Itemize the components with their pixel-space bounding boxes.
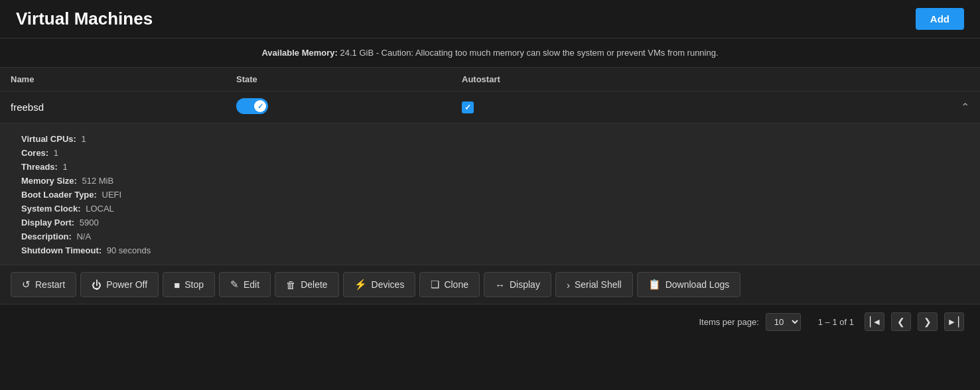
table-header: Name State Autostart — [0, 68, 980, 92]
power-off-icon: ⏻ — [92, 279, 102, 291]
delete-label: Delete — [301, 279, 327, 290]
display-icon: ↔ — [495, 279, 505, 291]
restart-icon: ↺ — [22, 279, 31, 291]
toggle-check-icon: ✓ — [257, 102, 263, 111]
download-logs-button[interactable]: 📋Download Logs — [637, 272, 741, 297]
devices-button[interactable]: ⚡Devices — [343, 272, 416, 297]
col-name: Name — [11, 74, 236, 84]
power-off-button[interactable]: ⏻Power Off — [80, 272, 159, 297]
memory-notice: Available Memory: 24.1 GiB - Caution: Al… — [0, 38, 980, 68]
add-button[interactable]: Add — [916, 8, 964, 30]
autostart-check-icon: ✓ — [464, 103, 471, 112]
vm-name: freebsd — [11, 101, 236, 113]
vm-details: Virtual CPUs: 1 Cores: 1 Threads: 1 Memo… — [0, 123, 980, 265]
detail-threads: Threads: 1 — [21, 162, 959, 172]
delete-icon: 🗑 — [286, 279, 296, 291]
restart-button[interactable]: ↺Restart — [11, 272, 76, 297]
prev-page-button[interactable]: ❮ — [891, 312, 911, 331]
action-bar: ↺Restart⏻Power Off■Stop✎Edit🗑Delete⚡Devi… — [0, 265, 980, 304]
page-info: 1 – 1 of 1 — [818, 317, 854, 327]
serial-shell-label: Serial Shell — [575, 279, 622, 290]
detail-cores: Cores: 1 — [21, 148, 959, 158]
stop-button[interactable]: ■Stop — [163, 272, 215, 297]
power-off-label: Power Off — [106, 279, 147, 290]
clone-button[interactable]: ❑Clone — [419, 272, 480, 297]
col-autostart: Autostart — [462, 74, 943, 84]
memory-notice-label: Available Memory: — [261, 48, 337, 58]
detail-virtual-cpus: Virtual CPUs: 1 — [21, 134, 959, 144]
download-logs-label: Download Logs — [665, 279, 730, 290]
clone-icon: ❑ — [431, 279, 439, 291]
detail-memory-size: Memory Size: 512 MiB — [21, 176, 959, 186]
edit-button[interactable]: ✎Edit — [219, 272, 271, 297]
delete-button[interactable]: 🗑Delete — [275, 272, 338, 297]
stop-label: Stop — [184, 279, 204, 290]
detail-system-clock: System Clock: LOCAL — [21, 204, 959, 214]
serial-shell-icon: › — [567, 279, 570, 291]
pagination-bar: Items per page: 10 25 50 1 – 1 of 1 ⎮◄ ❮… — [0, 304, 980, 339]
next-page-button[interactable]: ❯ — [918, 312, 938, 331]
col-state: State — [236, 74, 462, 84]
serial-shell-button[interactable]: ›Serial Shell — [555, 272, 633, 297]
detail-display-port: Display Port: 5900 — [21, 218, 959, 228]
last-page-button[interactable]: ►⎮ — [944, 312, 964, 331]
download-logs-icon: 📋 — [648, 279, 661, 291]
items-per-page-label: Items per page: — [699, 317, 758, 327]
first-page-button[interactable]: ⎮◄ — [865, 312, 884, 331]
expand-icon[interactable]: ⌃ — [943, 101, 969, 113]
display-label: Display — [510, 279, 540, 290]
items-per-page-select[interactable]: 10 25 50 — [766, 313, 801, 331]
clone-label: Clone — [444, 279, 468, 290]
vm-autostart-checkbox[interactable]: ✓ — [462, 101, 943, 113]
col-expand — [943, 74, 969, 84]
edit-label: Edit — [244, 279, 259, 290]
edit-icon: ✎ — [230, 279, 239, 291]
devices-icon: ⚡ — [354, 279, 367, 291]
detail-shutdown-timeout: Shutdown Timeout: 90 seconds — [21, 245, 959, 255]
page-title: Virtual Machines — [16, 9, 153, 29]
devices-label: Devices — [372, 279, 405, 290]
restart-label: Restart — [35, 279, 65, 290]
vm-state-toggle[interactable]: ✓ — [236, 98, 462, 116]
vm-row[interactable]: freebsd ✓ ✓ ⌃ — [0, 92, 980, 123]
memory-notice-value: 24.1 GiB - Caution: Allocating too much … — [340, 48, 718, 58]
stop-icon: ■ — [174, 279, 180, 291]
detail-boot-loader: Boot Loader Type: UEFI — [21, 190, 959, 200]
display-button[interactable]: ↔Display — [484, 272, 551, 297]
detail-description: Description: N/A — [21, 231, 959, 241]
page-header: Virtual Machines Add — [0, 0, 980, 38]
